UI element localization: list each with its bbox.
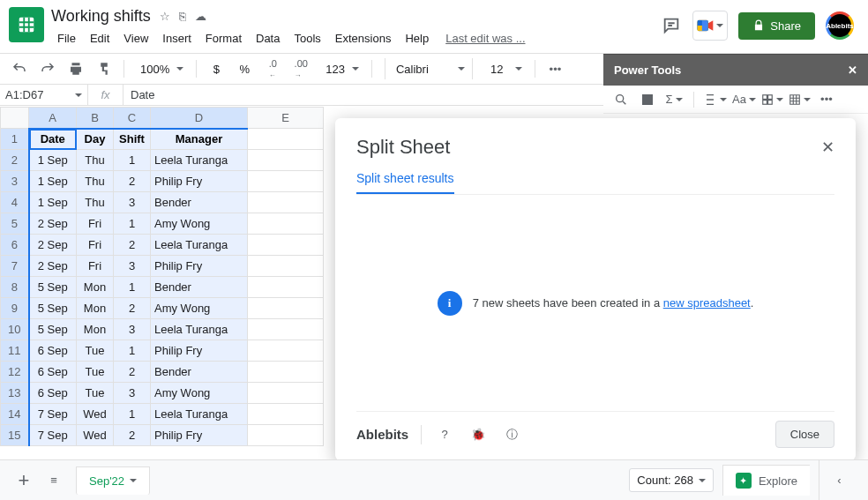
- cell[interactable]: 6 Sep: [29, 362, 77, 383]
- cell[interactable]: Leela Turanga: [151, 235, 248, 256]
- column-header[interactable]: C: [114, 108, 151, 129]
- cell[interactable]: Tue: [77, 340, 114, 362]
- cell[interactable]: [248, 256, 324, 277]
- cell[interactable]: 3: [114, 383, 151, 404]
- sidebar-tool-4[interactable]: [703, 89, 727, 110]
- last-edit-link[interactable]: Last edit was ...: [445, 28, 525, 49]
- header-cell[interactable]: Date: [29, 129, 77, 150]
- row-header[interactable]: 14: [1, 404, 29, 425]
- format-currency-button[interactable]: $: [204, 56, 228, 81]
- decrease-decimal-button[interactable]: .0←: [260, 56, 285, 81]
- cell[interactable]: Amy Wong: [151, 213, 248, 235]
- menu-extensions[interactable]: Extensions: [329, 28, 398, 49]
- comments-icon[interactable]: [661, 15, 682, 36]
- cell[interactable]: Thu: [77, 171, 114, 192]
- row-header[interactable]: 1: [1, 129, 29, 150]
- dialog-close-icon[interactable]: ✕: [821, 138, 834, 157]
- cell[interactable]: Leela Turanga: [151, 150, 248, 171]
- sidebar-tool-3[interactable]: Σ: [663, 89, 685, 110]
- cell[interactable]: [248, 150, 324, 171]
- document-title[interactable]: Working shifts: [51, 7, 151, 26]
- print-button[interactable]: [64, 56, 88, 81]
- menu-help[interactable]: Help: [399, 28, 435, 49]
- number-format-select[interactable]: 123: [317, 63, 364, 76]
- row-header[interactable]: 10: [1, 319, 29, 340]
- cell[interactable]: 6 Sep: [29, 340, 77, 362]
- column-header[interactable]: B: [77, 108, 114, 129]
- cell[interactable]: 3: [114, 256, 151, 277]
- row-header[interactable]: 7: [1, 256, 29, 277]
- selection-count-chip[interactable]: Count: 268: [629, 468, 714, 492]
- redo-button[interactable]: [35, 56, 60, 81]
- cell[interactable]: 7 Sep: [29, 404, 77, 425]
- row-header[interactable]: 6: [1, 235, 29, 256]
- cell[interactable]: 1 Sep: [29, 192, 77, 213]
- sidebar-more-button[interactable]: •••: [816, 89, 837, 110]
- header-cell[interactable]: Manager: [151, 129, 248, 150]
- row-header[interactable]: 15: [1, 425, 29, 446]
- sheets-app-icon[interactable]: [9, 7, 44, 42]
- zoom-select[interactable]: 100%: [131, 63, 189, 76]
- cell[interactable]: Wed: [77, 425, 114, 446]
- sidebar-tool-7[interactable]: [789, 89, 811, 110]
- cell[interactable]: 2: [114, 425, 151, 446]
- cell[interactable]: Thu: [77, 192, 114, 213]
- cell[interactable]: Philip Fry: [151, 171, 248, 192]
- cell[interactable]: Bender: [151, 192, 248, 213]
- undo-button[interactable]: [7, 56, 32, 81]
- name-box[interactable]: A1:D67: [0, 85, 88, 105]
- sidebar-tool-6[interactable]: [761, 89, 783, 110]
- cell[interactable]: 7 Sep: [29, 425, 77, 446]
- sidebar-history-button[interactable]: ‹: [819, 460, 859, 501]
- cell[interactable]: Leela Turanga: [151, 404, 248, 425]
- bug-icon[interactable]: 🐞: [468, 428, 489, 441]
- cell[interactable]: Tue: [77, 362, 114, 383]
- corner-cell[interactable]: [1, 108, 29, 129]
- cell[interactable]: [248, 192, 324, 213]
- header-cell[interactable]: Day: [77, 129, 114, 150]
- cell[interactable]: 1 Sep: [29, 150, 77, 171]
- cell[interactable]: Tue: [77, 383, 114, 404]
- row-header[interactable]: 12: [1, 362, 29, 383]
- star-icon[interactable]: ☆: [160, 10, 170, 23]
- add-sheet-button[interactable]: +: [9, 466, 39, 496]
- cell[interactable]: 1: [114, 340, 151, 362]
- cell[interactable]: 3: [114, 192, 151, 213]
- cell[interactable]: 2: [114, 171, 151, 192]
- cell[interactable]: Mon: [77, 277, 114, 298]
- dialog-close-button[interactable]: Close: [775, 421, 834, 448]
- cell[interactable]: Amy Wong: [151, 383, 248, 404]
- cell[interactable]: Mon: [77, 319, 114, 340]
- column-header[interactable]: D: [151, 108, 248, 129]
- row-header[interactable]: 13: [1, 383, 29, 404]
- cell[interactable]: Philip Fry: [151, 340, 248, 362]
- cell[interactable]: 3: [114, 319, 151, 340]
- sidebar-tool-1[interactable]: [610, 89, 632, 110]
- cell[interactable]: [248, 383, 324, 404]
- cell[interactable]: [248, 362, 324, 383]
- cell[interactable]: 1: [114, 404, 151, 425]
- row-header[interactable]: 4: [1, 192, 29, 213]
- increase-decimal-button[interactable]: .00→: [288, 56, 313, 81]
- menu-insert[interactable]: Insert: [156, 28, 198, 49]
- account-avatar[interactable]: Ablebits: [826, 11, 854, 40]
- cell[interactable]: 5 Sep: [29, 277, 77, 298]
- share-button[interactable]: Share: [738, 12, 815, 40]
- cell[interactable]: [248, 129, 324, 150]
- cell[interactable]: [248, 425, 324, 446]
- paint-format-button[interactable]: [92, 56, 116, 81]
- toolbar-more-button[interactable]: •••: [542, 56, 567, 81]
- cell[interactable]: Thu: [77, 150, 114, 171]
- cell[interactable]: Amy Wong: [151, 298, 248, 319]
- cell[interactable]: Wed: [77, 404, 114, 425]
- row-header[interactable]: 9: [1, 298, 29, 319]
- cell[interactable]: Mon: [77, 298, 114, 319]
- menu-tools[interactable]: Tools: [288, 28, 326, 49]
- header-cell[interactable]: Shift: [114, 129, 151, 150]
- cell[interactable]: Fri: [77, 235, 114, 256]
- cell[interactable]: 2: [114, 235, 151, 256]
- column-header[interactable]: E: [248, 108, 324, 129]
- cell[interactable]: [248, 171, 324, 192]
- cell[interactable]: Philip Fry: [151, 425, 248, 446]
- cell[interactable]: 5 Sep: [29, 298, 77, 319]
